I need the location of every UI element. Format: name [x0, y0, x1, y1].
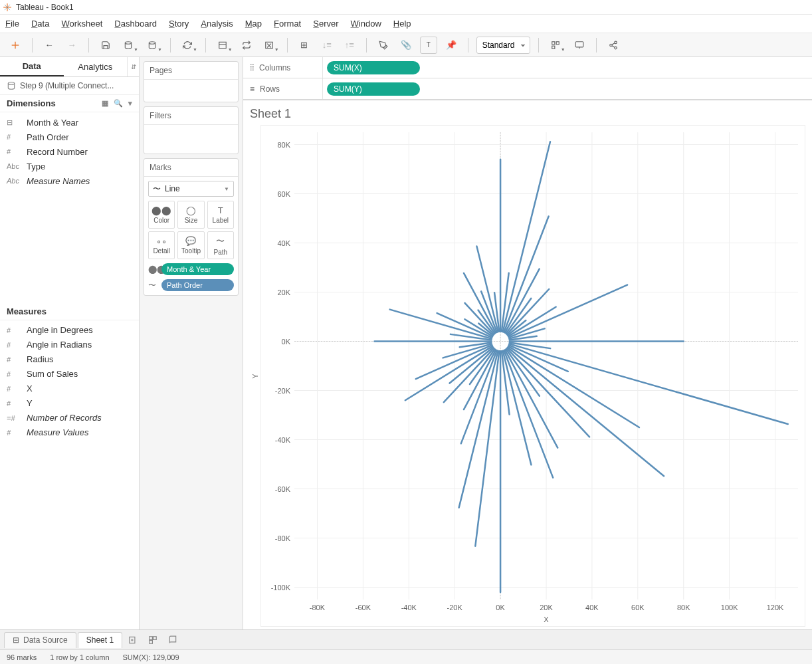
- pages-card[interactable]: Pages: [144, 61, 239, 102]
- field-type-icon: #: [7, 356, 21, 364]
- svg-line-96: [405, 346, 492, 400]
- attach-button[interactable]: 📎: [397, 37, 415, 54]
- svg-text:60K: 60K: [631, 604, 645, 611]
- filters-header: Filters: [144, 107, 238, 125]
- menu-help[interactable]: Help: [393, 19, 411, 29]
- rows-label: Rows: [260, 84, 280, 94]
- mark-detail-button[interactable]: ∘∘Detail: [148, 231, 175, 259]
- menu-server[interactable]: Server: [313, 19, 338, 29]
- share-button[interactable]: [605, 37, 622, 54]
- pin-button[interactable]: 📌: [443, 37, 460, 54]
- mark-tooltip-icon: 💬: [185, 236, 196, 246]
- mark-type-select[interactable]: 〜Line ▼: [148, 181, 234, 197]
- back-button[interactable]: ←: [41, 37, 58, 54]
- tab-analytics[interactable]: Analytics: [64, 57, 128, 76]
- menu-dashboard[interactable]: Dashboard: [114, 19, 157, 29]
- datasource-name: Step 9 (Multiple Connect...: [20, 81, 114, 90]
- cards-column: Pages Filters Marks 〜Line ▼ ⬤⬤Color◯Size…: [140, 57, 243, 629]
- swap-button[interactable]: [238, 37, 255, 54]
- mark-size-button[interactable]: ◯Size: [177, 201, 204, 229]
- mark-label-icon: T: [218, 205, 223, 215]
- datasource-icon: [7, 81, 16, 90]
- filters-card[interactable]: Filters: [144, 106, 239, 154]
- rows-pill[interactable]: SUM(Y): [327, 82, 420, 96]
- field-type-icon: ⊟: [7, 118, 21, 127]
- menu-icon[interactable]: ▾: [128, 99, 132, 108]
- field-type-icon: #: [7, 148, 21, 156]
- svg-point-7: [149, 41, 155, 44]
- fit-select[interactable]: Standard: [476, 37, 530, 54]
- field-type[interactable]: AbcType: [0, 159, 139, 173]
- menu-analysis[interactable]: Analysis: [201, 19, 233, 29]
- forward-button[interactable]: →: [63, 37, 80, 54]
- search-icon[interactable]: 🔍: [114, 99, 123, 108]
- mark-color-icon: ⬤⬤: [152, 205, 171, 215]
- tableau-icon[interactable]: [7, 37, 24, 54]
- field-x[interactable]: #X: [0, 382, 139, 396]
- field-sum-of-sales[interactable]: #Sum of Sales: [0, 367, 139, 382]
- menu-data[interactable]: Data: [31, 19, 49, 29]
- field-y[interactable]: #Y: [0, 396, 139, 411]
- svg-line-106: [503, 351, 532, 465]
- menu-story[interactable]: Story: [169, 19, 189, 29]
- columns-pill[interactable]: SUM(X): [327, 61, 420, 74]
- viz-title[interactable]: Sheet 1: [250, 104, 805, 125]
- field-type-icon: Abc: [7, 177, 21, 185]
- mark-detail-icon: ∘∘: [156, 236, 167, 246]
- svg-text:-40K: -40K: [401, 604, 417, 611]
- svg-rect-16: [575, 41, 583, 47]
- mark-pill-path-order[interactable]: Path Order: [161, 279, 234, 291]
- marks-card: Marks 〜Line ▼ ⬤⬤Color◯SizeTLabel∘∘Detail…: [144, 158, 239, 296]
- label-button[interactable]: T: [420, 37, 437, 54]
- menu-file[interactable]: File: [5, 19, 19, 29]
- expand-pane-icon[interactable]: ⇵: [127, 57, 139, 76]
- new-dashboard-tab-button[interactable]: [144, 632, 162, 648]
- sort-asc-button[interactable]: ↓≡: [318, 37, 336, 54]
- field-radius[interactable]: #Radius: [0, 352, 139, 367]
- svg-text:-100K: -100K: [271, 584, 291, 592]
- menu-map[interactable]: Map: [245, 19, 262, 29]
- field-measure-values[interactable]: #Measure Values: [0, 425, 139, 440]
- group-button[interactable]: ⊞: [296, 37, 313, 54]
- mark-path-button[interactable]: 〜Path: [207, 231, 234, 259]
- mark-tooltip-button[interactable]: 💬Tooltip: [177, 231, 204, 259]
- mark-label-button[interactable]: TLabel: [207, 201, 234, 229]
- chart-canvas[interactable]: -80K-60K-40K-20K0K20K40K60K80K100K120K-1…: [260, 125, 805, 627]
- dimensions-header: Dimensions: [7, 98, 56, 108]
- y-axis-label: Y: [250, 125, 260, 627]
- columns-shelf: ⦙⦙⦙Columns SUM(X): [243, 57, 812, 78]
- menu-window[interactable]: Window: [351, 19, 381, 29]
- mark-pill-month-year[interactable]: Month & Year: [161, 263, 234, 275]
- new-story-tab-button[interactable]: [163, 632, 182, 648]
- svg-point-23: [8, 82, 14, 85]
- presentation-button[interactable]: [571, 37, 588, 54]
- new-worksheet-tab-button[interactable]: [124, 632, 142, 648]
- field-month-year[interactable]: ⊟Month & Year: [0, 115, 139, 130]
- toolbar: ← → ▼ ▼ ▼ ▼ ▼ ⊞ ↓≡ ↑≡ 📎 T 📌 Standard ▼: [0, 33, 812, 57]
- field-path-order[interactable]: #Path Order: [0, 130, 139, 144]
- field-number-of-records[interactable]: =#Number of Records: [0, 411, 139, 425]
- tab-data[interactable]: Data: [0, 57, 64, 76]
- menu-worksheet[interactable]: Worksheet: [61, 19, 102, 29]
- highlight-button[interactable]: [375, 37, 392, 54]
- mark-path-icon: 〜: [216, 235, 225, 247]
- menu-format[interactable]: Format: [274, 19, 301, 29]
- datasource-item[interactable]: Step 9 (Multiple Connect...: [0, 77, 139, 95]
- save-button[interactable]: [97, 37, 114, 54]
- field-angle-in-radians[interactable]: #Angle in Radians: [0, 338, 139, 352]
- svg-text:-60K: -60K: [355, 604, 371, 611]
- field-type-icon: #: [7, 326, 21, 334]
- svg-text:40K: 40K: [277, 239, 290, 247]
- view-icon[interactable]: ▦: [102, 99, 108, 108]
- field-record-number[interactable]: #Record Number: [0, 144, 139, 159]
- field-type-icon: #: [7, 399, 21, 407]
- tab-sheet-1[interactable]: Sheet 1: [78, 632, 122, 648]
- svg-text:-20K: -20K: [447, 604, 463, 611]
- tab-data-source[interactable]: ⊟Data Source: [4, 632, 76, 648]
- sort-desc-button[interactable]: ↑≡: [341, 37, 358, 54]
- field-angle-in-degrees[interactable]: #Angle in Degrees: [0, 323, 139, 338]
- field-measure-names[interactable]: AbcMeasure Names: [0, 173, 139, 188]
- mark-color-button[interactable]: ⬤⬤Color: [148, 201, 175, 229]
- path-mark-icon: 〜: [148, 280, 157, 291]
- menubar: FileDataWorksheetDashboardStoryAnalysisM…: [0, 15, 812, 33]
